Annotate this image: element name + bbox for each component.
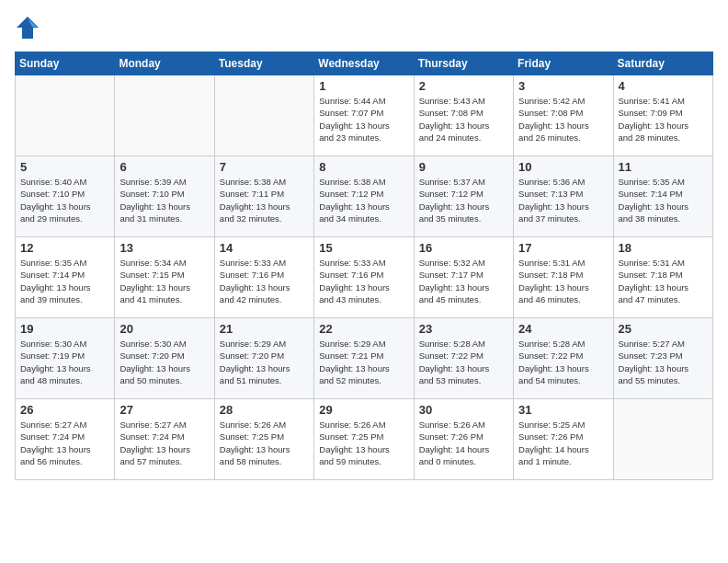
calendar-cell [115,75,214,156]
week-row-1: 1Sunrise: 5:44 AM Sunset: 7:07 PM Daylig… [16,75,713,156]
calendar-cell: 17Sunrise: 5:31 AM Sunset: 7:18 PM Dayli… [514,237,613,318]
week-row-3: 12Sunrise: 5:35 AM Sunset: 7:14 PM Dayli… [16,237,713,318]
day-number: 7 [220,160,309,174]
calendar-cell: 16Sunrise: 5:32 AM Sunset: 7:17 PM Dayli… [414,237,513,318]
col-header-friday: Friday [514,52,613,75]
cell-info: Sunrise: 5:38 AM Sunset: 7:11 PM Dayligh… [220,176,309,224]
calendar-cell: 10Sunrise: 5:36 AM Sunset: 7:13 PM Dayli… [514,156,613,237]
logo [15,15,44,40]
cell-info: Sunrise: 5:27 AM Sunset: 7:24 PM Dayligh… [119,419,209,467]
calendar-cell: 23Sunrise: 5:28 AM Sunset: 7:22 PM Dayli… [414,318,513,399]
day-number: 15 [319,241,408,255]
day-number: 3 [518,79,608,93]
day-number: 28 [220,403,309,417]
cell-info: Sunrise: 5:41 AM Sunset: 7:09 PM Dayligh… [619,95,708,144]
day-number: 27 [119,403,209,417]
col-header-wednesday: Wednesday [314,52,414,75]
day-number: 17 [518,241,608,255]
day-number: 14 [220,241,309,255]
calendar-cell: 7Sunrise: 5:38 AM Sunset: 7:11 PM Daylig… [214,156,313,237]
cell-info: Sunrise: 5:29 AM Sunset: 7:21 PM Dayligh… [319,338,408,386]
calendar-cell: 6Sunrise: 5:39 AM Sunset: 7:10 PM Daylig… [115,156,214,237]
cell-info: Sunrise: 5:28 AM Sunset: 7:22 PM Dayligh… [518,338,608,386]
day-number: 1 [319,79,408,93]
day-number: 22 [319,322,408,336]
day-number: 23 [419,322,508,336]
logo-icon [15,15,40,40]
cell-info: Sunrise: 5:39 AM Sunset: 7:10 PM Dayligh… [119,176,209,224]
calendar-cell: 11Sunrise: 5:35 AM Sunset: 7:14 PM Dayli… [613,156,712,237]
calendar-cell: 13Sunrise: 5:34 AM Sunset: 7:15 PM Dayli… [115,237,214,318]
week-row-2: 5Sunrise: 5:40 AM Sunset: 7:10 PM Daylig… [16,156,713,237]
day-number: 31 [518,403,608,417]
calendar-cell: 18Sunrise: 5:31 AM Sunset: 7:18 PM Dayli… [613,237,712,318]
calendar-cell: 22Sunrise: 5:29 AM Sunset: 7:21 PM Dayli… [314,318,414,399]
day-number: 11 [619,160,708,174]
calendar-cell: 8Sunrise: 5:38 AM Sunset: 7:12 PM Daylig… [314,156,414,237]
cell-info: Sunrise: 5:28 AM Sunset: 7:22 PM Dayligh… [419,338,508,386]
cell-info: Sunrise: 5:33 AM Sunset: 7:16 PM Dayligh… [319,257,408,305]
cell-info: Sunrise: 5:44 AM Sunset: 7:07 PM Dayligh… [319,95,408,144]
cell-info: Sunrise: 5:38 AM Sunset: 7:12 PM Dayligh… [319,176,408,224]
day-number: 21 [220,322,309,336]
cell-info: Sunrise: 5:26 AM Sunset: 7:26 PM Dayligh… [419,419,508,467]
day-number: 24 [518,322,608,336]
page-header [15,15,713,40]
week-row-4: 19Sunrise: 5:30 AM Sunset: 7:19 PM Dayli… [16,318,713,399]
calendar-cell: 30Sunrise: 5:26 AM Sunset: 7:26 PM Dayli… [414,399,513,480]
calendar-cell: 1Sunrise: 5:44 AM Sunset: 7:07 PM Daylig… [314,75,414,156]
calendar-cell: 26Sunrise: 5:27 AM Sunset: 7:24 PM Dayli… [16,399,115,480]
day-number: 8 [319,160,408,174]
cell-info: Sunrise: 5:42 AM Sunset: 7:08 PM Dayligh… [518,95,608,144]
calendar-cell: 25Sunrise: 5:27 AM Sunset: 7:23 PM Dayli… [613,318,712,399]
cell-info: Sunrise: 5:27 AM Sunset: 7:24 PM Dayligh… [20,419,109,467]
cell-info: Sunrise: 5:37 AM Sunset: 7:12 PM Dayligh… [419,176,508,224]
calendar-cell: 4Sunrise: 5:41 AM Sunset: 7:09 PM Daylig… [613,75,712,156]
cell-info: Sunrise: 5:25 AM Sunset: 7:26 PM Dayligh… [518,419,608,467]
cell-info: Sunrise: 5:35 AM Sunset: 7:14 PM Dayligh… [619,176,708,224]
calendar-cell [16,75,115,156]
day-number: 12 [20,241,109,255]
day-number: 13 [119,241,209,255]
cell-info: Sunrise: 5:31 AM Sunset: 7:18 PM Dayligh… [518,257,608,305]
cell-info: Sunrise: 5:29 AM Sunset: 7:20 PM Dayligh… [220,338,309,386]
cell-info: Sunrise: 5:36 AM Sunset: 7:13 PM Dayligh… [518,176,608,224]
cell-info: Sunrise: 5:26 AM Sunset: 7:25 PM Dayligh… [220,419,309,467]
col-header-tuesday: Tuesday [214,52,313,75]
day-number: 6 [119,160,209,174]
calendar-cell: 12Sunrise: 5:35 AM Sunset: 7:14 PM Dayli… [16,237,115,318]
day-number: 29 [319,403,408,417]
col-header-sunday: Sunday [16,52,115,75]
day-number: 16 [419,241,508,255]
day-number: 20 [119,322,209,336]
cell-info: Sunrise: 5:40 AM Sunset: 7:10 PM Dayligh… [20,176,109,224]
calendar-cell: 31Sunrise: 5:25 AM Sunset: 7:26 PM Dayli… [514,399,613,480]
col-header-saturday: Saturday [613,52,712,75]
calendar-cell: 15Sunrise: 5:33 AM Sunset: 7:16 PM Dayli… [314,237,414,318]
col-header-thursday: Thursday [414,52,513,75]
calendar-cell: 29Sunrise: 5:26 AM Sunset: 7:25 PM Dayli… [314,399,414,480]
calendar-cell: 14Sunrise: 5:33 AM Sunset: 7:16 PM Dayli… [214,237,313,318]
day-number: 26 [20,403,109,417]
cell-info: Sunrise: 5:26 AM Sunset: 7:25 PM Dayligh… [319,419,408,467]
col-header-monday: Monday [115,52,214,75]
calendar-table: SundayMondayTuesdayWednesdayThursdayFrid… [15,52,713,480]
cell-info: Sunrise: 5:30 AM Sunset: 7:20 PM Dayligh… [119,338,209,386]
day-number: 9 [419,160,508,174]
calendar-cell: 21Sunrise: 5:29 AM Sunset: 7:20 PM Dayli… [214,318,313,399]
day-number: 4 [619,79,708,93]
cell-info: Sunrise: 5:32 AM Sunset: 7:17 PM Dayligh… [419,257,508,305]
calendar-cell: 19Sunrise: 5:30 AM Sunset: 7:19 PM Dayli… [16,318,115,399]
cell-info: Sunrise: 5:43 AM Sunset: 7:08 PM Dayligh… [419,95,508,144]
day-number: 19 [20,322,109,336]
calendar-cell: 9Sunrise: 5:37 AM Sunset: 7:12 PM Daylig… [414,156,513,237]
day-number: 25 [619,322,708,336]
week-row-5: 26Sunrise: 5:27 AM Sunset: 7:24 PM Dayli… [16,399,713,480]
calendar-cell: 28Sunrise: 5:26 AM Sunset: 7:25 PM Dayli… [214,399,313,480]
day-number: 10 [518,160,608,174]
calendar-cell: 3Sunrise: 5:42 AM Sunset: 7:08 PM Daylig… [514,75,613,156]
cell-info: Sunrise: 5:34 AM Sunset: 7:15 PM Dayligh… [119,257,209,305]
calendar-cell: 27Sunrise: 5:27 AM Sunset: 7:24 PM Dayli… [115,399,214,480]
cell-info: Sunrise: 5:30 AM Sunset: 7:19 PM Dayligh… [20,338,109,386]
cell-info: Sunrise: 5:27 AM Sunset: 7:23 PM Dayligh… [619,338,708,386]
